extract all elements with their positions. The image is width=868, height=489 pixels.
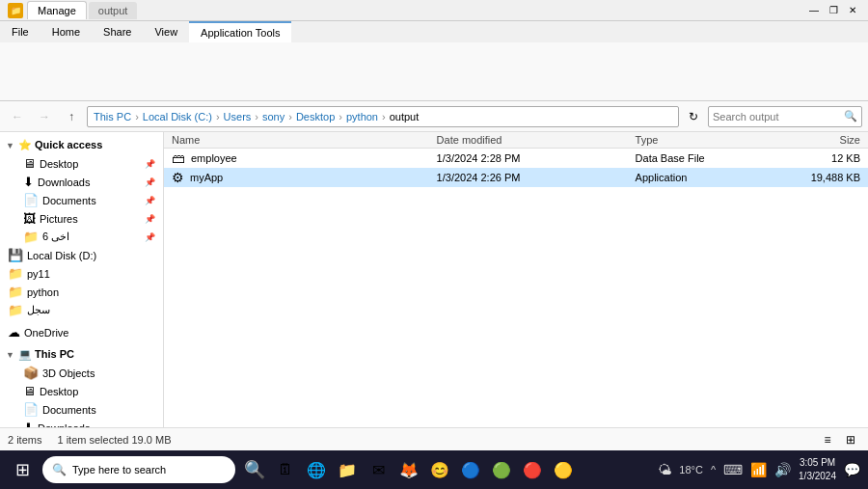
taskbar-icon-green[interactable]: 🟢 <box>488 456 515 483</box>
sidebar-item-onedrive[interactable]: ☁ OneDrive <box>0 323 163 341</box>
breadcrumb[interactable]: This PC › Local Disk (C:) › Users › sony… <box>87 106 679 127</box>
pin-icon: 📌 <box>145 214 155 224</box>
taskbar-clock[interactable]: 3:05 PM 1/3/2024 <box>799 456 836 483</box>
title-bar-left: 📁 Manage output <box>8 1 137 19</box>
search-box[interactable]: 🔍 <box>708 106 862 127</box>
col-header-date[interactable]: Date modified <box>437 134 636 146</box>
bc-sony[interactable]: sony <box>262 111 285 122</box>
taskbar-icon-explorer[interactable]: 📁 <box>334 456 361 483</box>
table-row[interactable]: ⚙ myApp 1/3/2024 2:26 PM Application 19,… <box>164 168 868 187</box>
minimize-button[interactable]: — <box>806 3 822 18</box>
sidebar-label: Desktop <box>40 386 155 397</box>
this-pc-items: 📦 3D Objects 🖥 Desktop 📄 Documents ⬇ Dow… <box>0 364 163 427</box>
taskbar-search-text: Type here to search <box>72 464 166 475</box>
ribbon-tab-file[interactable]: File <box>0 21 41 42</box>
title-bar: 📁 Manage output — ❐ ✕ <box>0 0 868 21</box>
tray-keyboard-icon: ⌨ <box>723 462 743 477</box>
sidebar-item-py11[interactable]: 📁 py11 <box>0 264 163 283</box>
notification-button[interactable]: 💬 <box>844 462 860 477</box>
col-header-size[interactable]: Size <box>768 134 860 146</box>
up-button[interactable]: ↑ <box>60 106 83 127</box>
title-bar-tabs: Manage output <box>27 1 137 19</box>
ribbon-content <box>0 42 868 100</box>
quick-access-items: 🖥 Desktop 📌 ⬇ Downloads 📌 📄 Documents 📌 … <box>0 154 163 246</box>
sidebar-item-pictures-qa[interactable]: 🖼 Pictures 📌 <box>15 209 163 228</box>
taskbar-icon-red[interactable]: 🔴 <box>519 456 546 483</box>
taskbar-icon-mail[interactable]: ✉ <box>365 456 392 483</box>
bc-thispc[interactable]: This PC <box>94 111 131 122</box>
close-button[interactable]: ✕ <box>845 3 860 18</box>
file-date: 1/3/2024 2:26 PM <box>437 172 636 183</box>
app-icon: 📁 <box>8 3 23 18</box>
sidebar-label: سجل <box>27 304 155 316</box>
taskbar-search-icon: 🔍 <box>52 463 67 476</box>
ribbon-tab-apptools[interactable]: Application Tools <box>189 21 291 42</box>
sidebar-label: Downloads <box>38 177 141 188</box>
taskbar-icon-yellow[interactable]: 🟡 <box>550 456 577 483</box>
this-pc-group[interactable]: ▼ 💻 This PC <box>0 345 163 364</box>
maximize-button[interactable]: ❐ <box>826 3 841 18</box>
search-icon: 🔍 <box>844 110 857 122</box>
bc-desktop[interactable]: Desktop <box>296 111 335 122</box>
pin-icon: 📌 <box>145 232 155 242</box>
tray-chevron[interactable]: ^ <box>711 464 716 475</box>
search-input[interactable] <box>713 111 844 122</box>
sidebar-label: python <box>27 286 155 298</box>
sidebar-label: اخى 6 <box>42 231 141 243</box>
sidebar-item-sajal[interactable]: 📁 سجل <box>0 301 163 319</box>
taskbar-search-box[interactable]: 🔍 Type here to search <box>42 456 235 483</box>
ribbon-tab-view[interactable]: View <box>143 21 189 42</box>
quick-access-group[interactable]: ▼ ⭐ Quick access <box>0 136 163 154</box>
bc-python[interactable]: python <box>346 111 378 122</box>
start-button[interactable]: ⊞ <box>8 455 37 484</box>
taskbar-icon-calendar[interactable]: 🗓 <box>272 456 299 483</box>
file-name: ⚙ myApp <box>172 170 437 185</box>
sidebar-item-documents-qa[interactable]: 📄 Documents 📌 <box>15 191 163 209</box>
sidebar-item-downloads[interactable]: ⬇ Downloads <box>15 419 163 427</box>
ribbon-tab-home[interactable]: Home <box>41 21 92 42</box>
back-button[interactable]: ← <box>6 106 29 127</box>
file-date: 1/3/2024 2:28 PM <box>437 152 636 164</box>
forward-button[interactable]: → <box>33 106 56 127</box>
details-view-button[interactable]: ≡ <box>818 431 837 448</box>
sidebar-item-downloads-qa[interactable]: ⬇ Downloads 📌 <box>15 173 163 191</box>
taskbar-pinned-icons: 🔍 🗓 🌐 📁 ✉ 🦊 😊 🔵 🟢 🔴 🟡 <box>241 456 652 483</box>
refresh-button[interactable]: ↻ <box>683 106 704 127</box>
sidebar-item-documents[interactable]: 📄 Documents <box>15 400 163 419</box>
folder-icon: 📁 <box>8 285 23 299</box>
bc-localdisk[interactable]: Local Disk (C:) <box>143 111 212 122</box>
this-pc-label: 💻 This PC <box>18 348 74 361</box>
ribbon-tab-share[interactable]: Share <box>92 21 143 42</box>
col-header-name[interactable]: Name <box>172 134 437 146</box>
table-row[interactable]: 🗃 employee 1/3/2024 2:28 PM Data Base Fi… <box>164 149 868 168</box>
status-right: ≡ ⊞ <box>818 431 860 448</box>
sidebar-item-localdiskd[interactable]: 💾 Local Disk (D:) <box>0 246 163 264</box>
taskbar-icon-search[interactable]: 🔍 <box>241 456 268 483</box>
folder-icon: 📁 <box>8 303 23 317</box>
taskbar-icon-edge[interactable]: 🌐 <box>303 456 330 483</box>
quick-access-label: ⭐ Quick access <box>18 139 102 151</box>
sidebar-item-python[interactable]: 📁 python <box>0 283 163 301</box>
col-header-type[interactable]: Type <box>636 134 768 146</box>
db-file-icon: 🗃 <box>172 150 185 166</box>
taskbar-right: 🌤 18°C ^ ⌨ 📶 🔊 3:05 PM 1/3/2024 💬 <box>658 456 860 483</box>
status-bar: 2 items 1 item selected 19.0 MB ≡ ⊞ <box>0 427 868 450</box>
ribbon-tabs: File Home Share View Application Tools <box>0 21 868 42</box>
tiles-view-button[interactable]: ⊞ <box>841 431 860 448</box>
taskbar-icon-emoji[interactable]: 😊 <box>426 456 453 483</box>
sidebar-label: Documents <box>42 404 155 416</box>
sidebar-label: Documents <box>42 195 141 206</box>
tab-manage[interactable]: Manage <box>27 1 87 19</box>
bc-users[interactable]: Users <box>224 111 252 122</box>
sidebar-item-3dobjects[interactable]: 📦 3D Objects <box>15 364 163 382</box>
documents-icon: 📄 <box>23 402 39 417</box>
tab-output[interactable]: output <box>89 2 138 19</box>
taskbar-icon-blue[interactable]: 🔵 <box>457 456 484 483</box>
sidebar-label: 3D Objects <box>42 367 155 379</box>
pin-icon: 📌 <box>145 196 155 205</box>
ribbon: File Home Share View Application Tools <box>0 21 868 101</box>
sidebar-item-desktop-qa[interactable]: 🖥 Desktop 📌 <box>15 154 163 173</box>
sidebar-item-desktop[interactable]: 🖥 Desktop <box>15 382 163 400</box>
sidebar-item-akhi[interactable]: 📁 اخى 6 📌 <box>15 228 163 246</box>
taskbar-icon-firefox[interactable]: 🦊 <box>395 456 422 483</box>
